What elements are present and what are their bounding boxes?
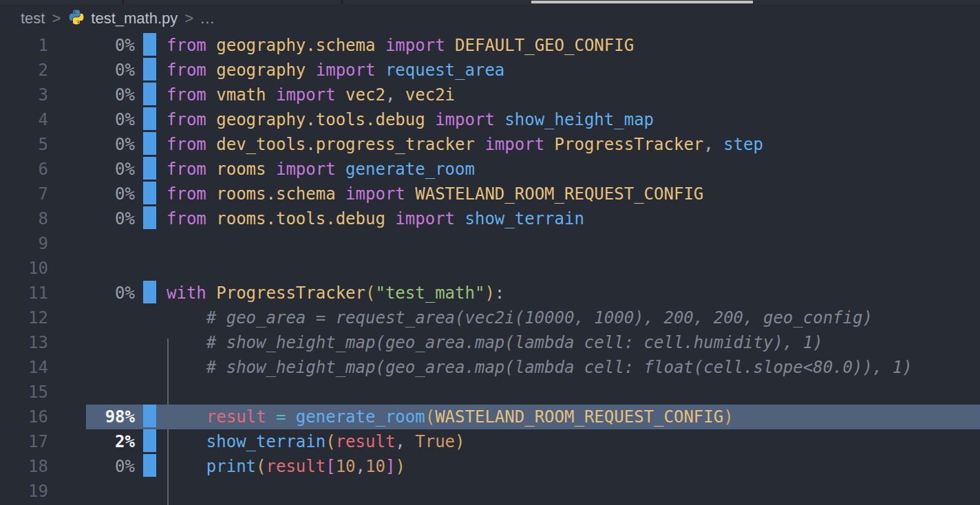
code-text[interactable]: # show_height_map(geo_area.map(lambda ce… [167,330,823,355]
line-number[interactable]: 8 [0,206,48,231]
code-line[interactable]: 110%with ProgressTracker("test_math"): [0,281,980,305]
profile-percent: 98% [69,405,135,429]
code-line[interactable]: 10%from geography.schema import DEFAULT_… [0,33,980,58]
code-token: rooms [216,160,276,179]
code-token: import [276,85,345,105]
coverage-marker [143,132,156,155]
code-token: import [385,36,455,55]
line-number[interactable]: 1 [0,33,48,58]
code-line[interactable]: 70%from rooms.schema import WASTELAND_RO… [0,182,980,206]
code-line[interactable]: 12 # geo_area = request_area(vec2i(10000… [0,305,980,330]
code-text[interactable]: result = generate_room(WASTELAND_ROOM_RE… [167,405,734,429]
line-number[interactable]: 3 [0,83,48,107]
code-editor[interactable]: 10%from geography.schema import DEFAULT_… [0,33,980,504]
line-number[interactable]: 18 [0,454,48,479]
code-line[interactable]: 180% print(result[10,10]) [0,454,980,479]
code-line[interactable]: 10 [0,256,980,281]
profile-percent: 0% [69,107,135,132]
line-number[interactable]: 12 [0,305,48,330]
code-text[interactable]: with ProgressTracker("test_math"): [167,281,504,305]
code-token: ) [395,457,405,476]
code-text[interactable]: from geography.schema import DEFAULT_GEO… [167,33,634,58]
code-token: from [167,184,216,204]
code-token: dev_tools.progress_tracker [216,135,484,154]
code-token: , [395,432,415,451]
code-text[interactable]: from dev_tools.progress_tracker import P… [167,132,763,157]
code-text[interactable]: # show_height_map(geo_area.map(lambda ce… [167,355,913,380]
code-text[interactable]: print(result[10,10]) [167,454,405,479]
code-token: print [206,457,256,476]
code-token: , [385,85,405,105]
code-line[interactable]: 14 # show_height_map(geo_area.map(lambda… [0,355,980,380]
code-line[interactable]: 1698% result = generate_room(WASTELAND_R… [0,405,980,429]
code-token: , [703,135,723,154]
code-line[interactable]: 40%from geography.tools.debug import sho… [0,107,980,132]
coverage-marker [143,429,156,452]
code-text[interactable]: from rooms.schema import WASTELAND_ROOM_… [167,182,703,206]
code-token: from [167,160,216,179]
line-number[interactable]: 13 [0,330,48,355]
line-number[interactable]: 6 [0,157,48,182]
profile-percent: 0% [69,83,135,107]
code-text[interactable]: from rooms import generate_room [167,157,475,182]
code-token: import [435,110,504,129]
coverage-marker [143,157,156,180]
code-line[interactable]: 30%from vmath import vec2, vec2i [0,83,980,107]
code-line[interactable]: 15 [0,380,980,405]
line-number[interactable]: 4 [0,107,48,132]
line-number[interactable]: 15 [0,380,48,405]
line-number[interactable]: 14 [0,355,48,380]
code-text[interactable]: # geo_area = request_area(vec2i(10000, 1… [167,305,873,330]
coverage-marker [143,405,156,427]
code-token: [ [326,457,335,476]
code-token: ( [256,457,266,476]
code-token: , [356,457,365,476]
code-line[interactable]: 9 [0,231,980,256]
code-token: : [495,283,504,303]
code-token: True [415,432,455,451]
code-token: step [723,135,763,154]
line-number[interactable]: 10 [0,256,48,281]
code-line[interactable]: 19 [0,479,980,504]
code-line[interactable]: 172% show_terrain(result, True) [0,429,980,454]
code-text[interactable]: show_terrain(result, True) [167,429,465,454]
line-number[interactable]: 5 [0,132,48,157]
coverage-marker [143,83,156,105]
code-token [167,333,206,352]
code-line[interactable]: 50%from dev_tools.progress_tracker impor… [0,132,980,157]
profile-percent: 0% [69,281,135,305]
code-token: import [276,160,345,179]
code-token: # show_height_map(geo_area.map(lambda ce… [206,333,823,352]
code-token: geography.schema [216,36,385,55]
code-line[interactable]: 80%from rooms.tools.debug import show_te… [0,206,980,231]
code-token: ( [425,407,435,427]
code-token: geography.tools.debug [216,110,435,129]
tab-scrollbar-thumb[interactable] [531,1,753,3]
line-number[interactable]: 9 [0,231,48,256]
line-number[interactable]: 2 [0,58,48,83]
code-text[interactable]: from geography import request_area [167,58,504,83]
code-token: from [167,135,216,154]
chevron-right-icon: > [52,10,61,28]
code-line[interactable]: 60%from rooms import generate_room [0,157,980,182]
code-token: vec2i [405,85,455,105]
code-text[interactable]: from rooms.tools.debug import show_terra… [167,206,584,231]
code-token: ( [326,432,335,451]
code-token [167,457,206,476]
breadcrumb-file[interactable]: test_math.py [67,10,178,28]
line-number[interactable]: 17 [0,429,48,454]
breadcrumb-symbol-ellipsis[interactable]: ... [200,10,215,28]
code-text[interactable]: from vmath import vec2, vec2i [167,83,455,107]
code-token: result [336,432,396,451]
code-line[interactable]: 13 # show_height_map(geo_area.map(lambda… [0,330,980,355]
code-line[interactable]: 20%from geography import request_area [0,58,980,83]
line-number[interactable]: 19 [0,479,48,504]
line-number[interactable]: 11 [0,281,48,305]
line-number[interactable]: 7 [0,182,48,206]
line-number[interactable]: 16 [0,405,48,429]
code-token: WASTELAND_ROOM_REQUEST_CONFIG [435,407,723,427]
code-token: result [206,407,266,427]
code-text[interactable]: from geography.tools.debug import show_h… [167,107,654,132]
breadcrumb-folder[interactable]: test [21,10,45,28]
code-token: 10 [336,457,356,476]
